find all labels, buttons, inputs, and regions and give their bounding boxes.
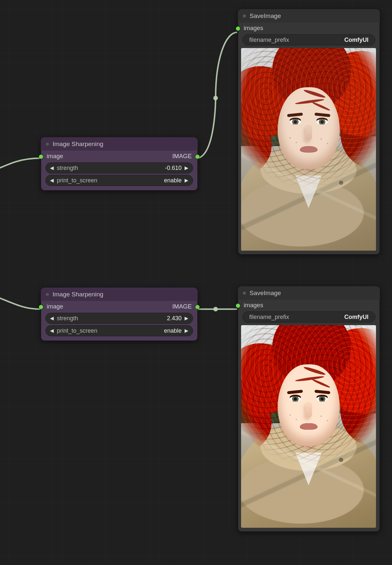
- node-titlebar[interactable]: SaveImage: [238, 9, 380, 23]
- input-label: images: [244, 25, 263, 32]
- input-socket-image[interactable]: [39, 155, 43, 159]
- node-title: Image Sharpening: [53, 141, 103, 148]
- increment-icon[interactable]: ▶: [183, 165, 190, 171]
- widget-filename-prefix[interactable]: filename_prefix ComfyUI: [242, 311, 375, 323]
- image-preview: [241, 325, 376, 528]
- widget-name: strength: [57, 165, 78, 172]
- collapse-dot-icon[interactable]: [45, 292, 49, 296]
- widget-value: enable: [164, 177, 182, 184]
- output-socket-image[interactable]: [195, 305, 200, 309]
- widget-name: filename_prefix: [249, 314, 289, 321]
- widget-name: strength: [57, 315, 78, 322]
- widget-value: enable: [164, 327, 182, 334]
- widget-name: print_to_screen: [57, 327, 97, 334]
- image-preview: [241, 48, 376, 251]
- node-title: SaveImage: [250, 290, 281, 297]
- node-save-image-1[interactable]: SaveImage images filename_prefix ComfyUI: [238, 9, 380, 255]
- widget-value: ComfyUI: [344, 37, 368, 43]
- collapse-dot-icon[interactable]: [242, 14, 246, 18]
- widget-value: ComfyUI: [344, 314, 368, 321]
- widget-value: -0.610: [165, 165, 182, 172]
- node-titlebar[interactable]: Image Sharpening: [41, 137, 198, 151]
- node-image-sharpening-1[interactable]: Image Sharpening image IMAGE ◀ strength …: [41, 137, 198, 191]
- input-socket-images[interactable]: [236, 304, 240, 308]
- output-socket-image[interactable]: [195, 155, 200, 159]
- increment-icon[interactable]: ▶: [183, 328, 190, 334]
- widget-strength[interactable]: ◀ strength -0.610 ▶: [45, 162, 193, 174]
- svg-point-0: [213, 96, 218, 100]
- collapse-dot-icon[interactable]: [45, 142, 49, 146]
- input-label: image: [47, 303, 63, 310]
- widget-name: print_to_screen: [57, 177, 97, 184]
- svg-point-1: [213, 307, 218, 311]
- widget-strength[interactable]: ◀ strength 2.430 ▶: [45, 313, 193, 324]
- input-socket-images[interactable]: [236, 26, 240, 31]
- node-image-sharpening-2[interactable]: Image Sharpening image IMAGE ◀ strength …: [41, 288, 198, 341]
- decrement-icon[interactable]: ◀: [48, 177, 56, 183]
- node-titlebar[interactable]: SaveImage: [238, 286, 380, 300]
- decrement-icon[interactable]: ◀: [48, 328, 56, 334]
- widget-filename-prefix[interactable]: filename_prefix ComfyUI: [242, 34, 375, 45]
- decrement-icon[interactable]: ◀: [48, 165, 56, 171]
- widget-print-to-screen[interactable]: ◀ print_to_screen enable ▶: [45, 325, 193, 336]
- increment-icon[interactable]: ▶: [183, 315, 190, 321]
- node-title: SaveImage: [250, 12, 281, 20]
- output-label: IMAGE: [172, 153, 192, 160]
- node-title: Image Sharpening: [53, 291, 103, 298]
- input-label: image: [47, 153, 63, 160]
- increment-icon[interactable]: ▶: [183, 177, 190, 183]
- output-label: IMAGE: [172, 303, 192, 310]
- input-socket-image[interactable]: [39, 305, 43, 309]
- widget-print-to-screen[interactable]: ◀ print_to_screen enable ▶: [45, 175, 193, 186]
- decrement-icon[interactable]: ◀: [48, 315, 56, 321]
- input-label: images: [244, 302, 263, 309]
- widget-value: 2.430: [167, 315, 182, 322]
- collapse-dot-icon[interactable]: [242, 291, 246, 295]
- node-titlebar[interactable]: Image Sharpening: [41, 288, 198, 301]
- widget-name: filename_prefix: [249, 37, 289, 43]
- node-save-image-2[interactable]: SaveImage images filename_prefix ComfyUI: [238, 286, 380, 532]
